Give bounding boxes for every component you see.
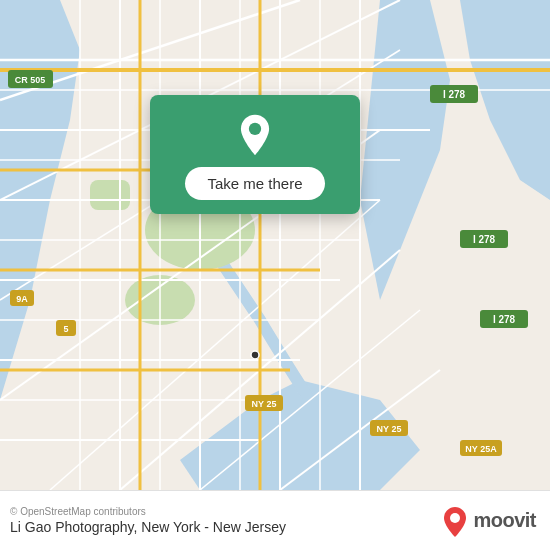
svg-text:NY 25: NY 25 [252,399,277,409]
attribution-text: © OpenStreetMap contributors [10,506,286,517]
svg-text:CR 505: CR 505 [15,75,46,85]
location-pin-icon [233,113,277,157]
location-card: Take me there [150,95,360,214]
svg-text:I 278: I 278 [473,234,496,245]
svg-text:I 278: I 278 [493,314,516,325]
svg-text:NY 25A: NY 25A [465,444,497,454]
svg-point-59 [251,351,259,359]
location-name: Li Gao Photography, New York - New Jerse… [10,519,286,535]
footer: © OpenStreetMap contributors Li Gao Phot… [0,490,550,550]
moovit-brand-icon [441,505,469,537]
moovit-brand-text: moovit [473,509,536,532]
svg-point-60 [249,123,261,135]
moovit-logo: moovit [441,505,536,537]
svg-text:9A: 9A [16,294,28,304]
svg-point-61 [450,513,460,523]
svg-rect-7 [90,180,130,210]
svg-text:5: 5 [63,324,68,334]
svg-text:NY 25: NY 25 [377,424,402,434]
svg-text:I 278: I 278 [443,89,466,100]
take-me-there-button[interactable]: Take me there [185,167,324,200]
footer-left: © OpenStreetMap contributors Li Gao Phot… [10,506,286,535]
map-background: I 278 I 278 I 278 CR 505 NY 25 NY 25 NY … [0,0,550,490]
map-container: I 278 I 278 I 278 CR 505 NY 25 NY 25 NY … [0,0,550,490]
